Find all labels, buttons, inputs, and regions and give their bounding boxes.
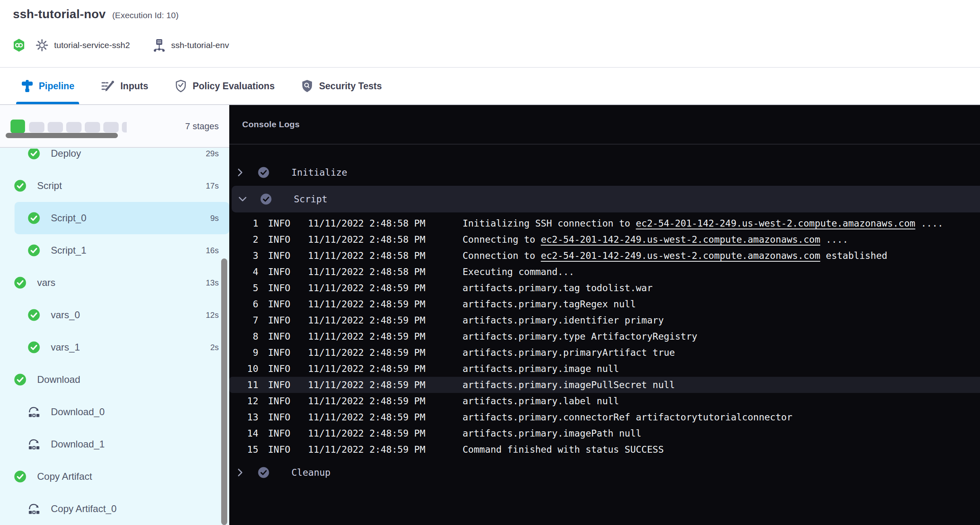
chevron-right-icon[interactable] bbox=[235, 167, 245, 178]
stage-name: Copy Artifact bbox=[37, 471, 92, 482]
log-level: INFO bbox=[268, 361, 308, 377]
log-level: INFO bbox=[268, 296, 308, 312]
log-line-number: 2 bbox=[234, 231, 258, 248]
log-timestamp: 11/11/2022 2:48:58 PM bbox=[308, 264, 463, 280]
tab-security-tests[interactable]: Security Tests bbox=[301, 68, 382, 104]
stage-row[interactable]: Script_0 9s bbox=[15, 202, 229, 234]
log-line[interactable]: 5 INFO 11/11/2022 2:48:59 PM artifacts.p… bbox=[229, 280, 980, 296]
stage-row[interactable]: Script_1 16s bbox=[0, 234, 229, 267]
tab-pipeline[interactable]: Pipeline bbox=[21, 68, 74, 104]
log-line[interactable]: 13 INFO 11/11/2022 2:48:59 PM artifacts.… bbox=[229, 409, 980, 425]
log-line[interactable]: 6 INFO 11/11/2022 2:48:59 PM artifacts.p… bbox=[229, 296, 980, 312]
log-text: artifacts.primary.type ArtifactoryRegist… bbox=[463, 331, 697, 342]
log-message: artifacts.primary.imagePullSecret null bbox=[463, 377, 980, 393]
service-name[interactable]: tutorial-service-ssh2 bbox=[54, 40, 130, 50]
stage-list: Deploy 29s Script 17s bbox=[0, 149, 229, 525]
log-line[interactable]: 2 INFO 11/11/2022 2:48:58 PM Connecting … bbox=[229, 231, 980, 248]
console-body: Initialize Script 1 INFO 11/11/2022 2:48… bbox=[229, 145, 980, 486]
sidebar-vertical-scrollbar[interactable] bbox=[221, 258, 227, 525]
tab-policy-evaluations[interactable]: Policy Evaluations bbox=[175, 68, 274, 104]
stage-name: Download_1 bbox=[51, 439, 105, 450]
chevron-down-icon[interactable] bbox=[237, 194, 248, 204]
stage-square-pending[interactable] bbox=[66, 122, 82, 132]
log-timestamp: 11/11/2022 2:48:59 PM bbox=[308, 425, 463, 441]
command-step-icon bbox=[27, 502, 40, 515]
stage-count-label: 7 stages bbox=[185, 105, 219, 148]
log-line[interactable]: 12 INFO 11/11/2022 2:48:59 PM artifacts.… bbox=[229, 393, 980, 409]
stage-square-pending[interactable] bbox=[122, 122, 127, 132]
log-message: artifacts.primary.type ArtifactoryRegist… bbox=[463, 328, 980, 344]
log-host-link[interactable]: ec2-54-201-142-249.us-west-2.compute.ama… bbox=[636, 218, 915, 229]
stage-row[interactable]: Deploy 29s bbox=[0, 149, 229, 170]
stage-square-pending[interactable] bbox=[29, 122, 44, 132]
log-message: artifacts.primary.primaryArtifact true bbox=[463, 344, 980, 361]
log-text: artifacts.primary.primaryArtifact true bbox=[463, 347, 675, 358]
tab-inputs[interactable]: Inputs bbox=[101, 68, 148, 104]
log-timestamp: 11/11/2022 2:48:58 PM bbox=[308, 215, 463, 231]
log-message: artifacts.primary.tagRegex null bbox=[463, 296, 980, 312]
stage-name: vars_1 bbox=[51, 342, 80, 353]
console-logs-title: Console Logs bbox=[242, 120, 299, 129]
stage-row[interactable]: vars_1 2s bbox=[0, 331, 229, 363]
log-line[interactable]: 11 INFO 11/11/2022 2:48:59 PM artifacts.… bbox=[229, 377, 980, 393]
stage-row[interactable]: Download bbox=[0, 363, 229, 396]
log-line[interactable]: 3 INFO 11/11/2022 2:48:58 PM Connection … bbox=[229, 248, 980, 264]
log-line[interactable]: 8 INFO 11/11/2022 2:48:59 PM artifacts.p… bbox=[229, 328, 980, 344]
stage-square-pending[interactable] bbox=[48, 122, 63, 132]
log-text: artifacts.primary.tagRegex null bbox=[463, 299, 636, 309]
stage-row[interactable]: Download_0 bbox=[0, 396, 229, 428]
log-line-number: 8 bbox=[234, 328, 258, 344]
stage-row[interactable]: Copy Artifact bbox=[0, 460, 229, 493]
log-text: Initializing SSH connection to bbox=[463, 218, 636, 229]
success-check-icon bbox=[14, 373, 27, 386]
log-lines: 1 INFO 11/11/2022 2:48:58 PM Initializin… bbox=[229, 215, 980, 458]
stage-row[interactable]: Copy Artifact_0 bbox=[0, 493, 229, 525]
log-line[interactable]: 15 INFO 11/11/2022 2:48:59 PM Command fi… bbox=[229, 441, 980, 458]
stage-duration: 9s bbox=[210, 214, 219, 223]
log-line[interactable]: 1 INFO 11/11/2022 2:48:58 PM Initializin… bbox=[229, 215, 980, 231]
log-line[interactable]: 7 INFO 11/11/2022 2:48:59 PM artifacts.p… bbox=[229, 312, 980, 328]
stage-row[interactable]: Script 17s bbox=[0, 170, 229, 202]
log-message: Executing command... bbox=[463, 264, 980, 280]
log-line-number: 13 bbox=[234, 409, 258, 425]
entity-row: tutorial-service-ssh2 ssh-tutorial-env bbox=[13, 37, 229, 53]
log-level: INFO bbox=[268, 248, 308, 264]
execution-id: (Execution Id: 10) bbox=[112, 10, 179, 20]
tab-label: Inputs bbox=[120, 81, 148, 92]
log-timestamp: 11/11/2022 2:48:58 PM bbox=[308, 248, 463, 264]
log-message: artifacts.primary.connectorRef artifacto… bbox=[463, 409, 980, 425]
log-text: artifacts.primary.imagePath null bbox=[463, 428, 641, 439]
environment-name[interactable]: ssh-tutorial-env bbox=[171, 40, 229, 50]
horizontal-scrollbar[interactable] bbox=[6, 133, 118, 138]
log-host-link[interactable]: ec2-54-201-142-249.us-west-2.compute.ama… bbox=[541, 250, 820, 261]
success-check-icon bbox=[14, 276, 27, 289]
stage-square-pending[interactable] bbox=[85, 122, 100, 132]
log-message: Connecting to ec2-54-201-142-249.us-west… bbox=[463, 231, 980, 248]
log-level: INFO bbox=[268, 231, 308, 248]
chevron-right-icon[interactable] bbox=[235, 467, 245, 478]
log-line[interactable]: 4 INFO 11/11/2022 2:48:58 PM Executing c… bbox=[229, 264, 980, 280]
stage-row[interactable]: vars 13s bbox=[0, 267, 229, 299]
command-step-icon bbox=[27, 438, 40, 451]
log-host-link[interactable]: ec2-54-201-142-249.us-west-2.compute.ama… bbox=[541, 234, 820, 245]
log-line[interactable]: 14 INFO 11/11/2022 2:48:59 PM artifacts.… bbox=[229, 425, 980, 441]
pipeline-icon bbox=[21, 80, 33, 92]
page-title: ssh-tutorial-nov bbox=[13, 7, 106, 21]
log-line[interactable]: 10 INFO 11/11/2022 2:48:59 PM artifacts.… bbox=[229, 361, 980, 377]
stage-duration: 29s bbox=[206, 149, 219, 158]
log-text: artifacts.primary.identifier primary bbox=[463, 315, 664, 326]
stage-row[interactable]: Download_1 bbox=[0, 428, 229, 460]
log-text: artifacts.primary.imagePullSecret null bbox=[463, 380, 675, 390]
stage-square-pending[interactable] bbox=[103, 122, 119, 132]
stage-square-done[interactable] bbox=[10, 120, 25, 133]
execution-header: ssh-tutorial-nov (Execution Id: 10) bbox=[0, 0, 980, 68]
log-section-cleanup[interactable]: Cleanup bbox=[229, 459, 980, 486]
log-section-script[interactable]: Script bbox=[232, 186, 980, 212]
log-line[interactable]: 9 INFO 11/11/2022 2:48:59 PM artifacts.p… bbox=[229, 344, 980, 361]
console-header: Console Logs bbox=[229, 105, 980, 145]
stage-row[interactable]: vars_0 12s bbox=[0, 299, 229, 331]
section-label: Script bbox=[294, 194, 327, 204]
log-section-initialize[interactable]: Initialize bbox=[229, 159, 980, 186]
stage-duration: 16s bbox=[206, 246, 219, 255]
log-timestamp: 11/11/2022 2:48:58 PM bbox=[308, 231, 463, 248]
